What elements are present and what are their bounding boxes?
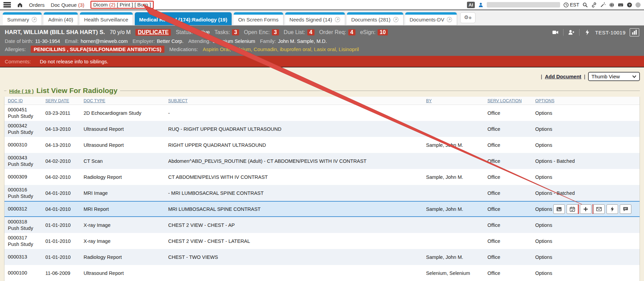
options-link[interactable]: Options xyxy=(535,270,552,276)
doc-id-cell: 0000343Push Study xyxy=(4,155,42,168)
attending-value: Selenium Selenium xyxy=(213,38,255,44)
add-document-link[interactable]: Add Document xyxy=(545,74,581,79)
column-header-serv-date[interactable]: SERV DATE xyxy=(42,98,80,103)
options-link[interactable]: Options xyxy=(535,142,552,148)
options-link[interactable]: Options xyxy=(535,238,552,244)
tab-label: Needs Signed (14) xyxy=(290,17,332,22)
tab-admin-40[interactable]: Admin (40) xyxy=(44,12,77,25)
video-camera-icon[interactable] xyxy=(552,29,559,36)
counter-esign[interactable]: eSign: 10 xyxy=(360,29,388,35)
options-link[interactable]: Options xyxy=(535,222,552,228)
column-header-doc-type[interactable]: DOC TYPE xyxy=(80,98,165,103)
patient-status: Status: Active xyxy=(176,29,209,35)
nav-dicom-print[interactable]: [ Print ] xyxy=(117,2,133,7)
keyboard-icon[interactable] xyxy=(618,2,624,8)
quick-action-button[interactable] xyxy=(606,204,618,214)
chat-icon xyxy=(623,206,629,212)
serv-location-cell: Office xyxy=(484,190,532,196)
doc-type-cell: MRI Image xyxy=(80,190,165,196)
counter-order-req[interactable]: Order Req: 4 xyxy=(319,29,355,35)
counter-tasks[interactable]: Tasks: 3 xyxy=(215,29,239,35)
ai-badge[interactable]: AI xyxy=(467,2,475,8)
search-icon[interactable] xyxy=(582,2,588,8)
tab-medical-record-174-radiology-19[interactable]: Medical Record (174):Radiology (19) xyxy=(135,12,232,25)
plus-icon xyxy=(583,206,589,212)
doc-id: 0000342 xyxy=(8,123,39,129)
calendar-button[interactable] xyxy=(567,204,578,214)
nav-doc-queue[interactable]: Doc Queue (3) xyxy=(51,2,84,8)
radiology-document-table: DOC IDSERV DATEDOC TYPESUBJECTBYSERV LOC… xyxy=(4,97,640,281)
options-link[interactable]: Options - Batched xyxy=(535,158,575,164)
tab-settings[interactable]: ⚙⚙ xyxy=(460,12,475,23)
top-nav-bar: Orders Doc Queue (3) Dicom (2) [ Print ]… xyxy=(0,0,644,10)
column-header-by[interactable]: BY xyxy=(423,98,484,103)
medications-list[interactable]: Aspirin Oral, Calcium, Coumadin, ibuprof… xyxy=(203,46,359,52)
globe-icon[interactable] xyxy=(609,2,615,8)
tab-documents-281[interactable]: Documents (281) xyxy=(347,12,403,25)
wand-icon[interactable] xyxy=(600,2,606,8)
options-cell: Options xyxy=(532,254,640,260)
options-link[interactable]: Options - Batched xyxy=(535,190,575,196)
options-link[interactable]: Options xyxy=(535,254,552,260)
flowsheet-chart-icon[interactable] xyxy=(630,28,639,36)
table-row[interactable]: 000031204-01-2010MRI ReportMRI LUMBOSACR… xyxy=(4,201,640,217)
medications-label: Medications: xyxy=(169,46,198,52)
table-row[interactable]: 0000343Push Study04-02-2010CT ScanAbdome… xyxy=(4,153,640,169)
hide-list-link[interactable]: Hide ( 19 ) xyxy=(9,88,34,94)
timezone-indicator[interactable]: EST xyxy=(563,2,579,8)
email-button[interactable] xyxy=(593,204,605,214)
options-link[interactable]: Options xyxy=(535,126,552,132)
nav-dicom-burn[interactable]: [ Burn ] xyxy=(134,2,151,7)
open-image-button[interactable] xyxy=(553,204,565,214)
column-header-options[interactable]: OPTIONS xyxy=(532,98,640,103)
serv-date-cell: 04-13-2010 xyxy=(42,142,80,148)
column-header-serv-location[interactable]: SERV LOCATION xyxy=(484,98,532,103)
help-icon[interactable]: ? xyxy=(627,2,632,8)
comments-bar: Comments: Do not release info to sibling… xyxy=(0,56,644,67)
nav-dicom[interactable]: Dicom (2) [ Print ] [ Burn ] xyxy=(93,2,151,7)
link-icon[interactable] xyxy=(591,2,597,8)
table-row[interactable]: 0000451Push Study03-23-20112D Echocardio… xyxy=(4,105,640,121)
table-row[interactable]: 000010011-06-2009Ultrasound ReportSeleni… xyxy=(4,265,640,281)
table-row[interactable]: 000031301-01-2010Radiology ReportCHEST -… xyxy=(4,249,640,265)
doc-type-cell: CT Scan xyxy=(80,158,165,164)
add-person-icon[interactable] xyxy=(568,29,575,36)
view-mode-select[interactable]: Thumb View xyxy=(588,72,640,81)
doc-type-cell: 2D Echocardiogram Study xyxy=(80,110,165,116)
lightning-icon[interactable] xyxy=(584,29,591,36)
patient-header: HART, WILLIAM (BILL SHA HART) S. 70 y/o … xyxy=(0,26,644,56)
tab-summary[interactable]: Summary xyxy=(3,12,42,25)
tab-health-surveillance[interactable]: Health Surveillance xyxy=(80,12,133,25)
user-icon[interactable] xyxy=(478,2,484,8)
image-icon xyxy=(556,206,562,212)
table-row[interactable]: 0000317Push Study01-01-2010X-ray ImageCH… xyxy=(4,233,640,249)
tab-on-screen-forms[interactable]: On Screen Forms xyxy=(234,12,283,25)
options-cell: Options xyxy=(532,238,640,244)
options-link[interactable]: Options xyxy=(535,110,552,116)
options-cell: Options xyxy=(532,204,640,214)
options-link[interactable]: Options xyxy=(535,174,552,180)
menu-icon[interactable] xyxy=(3,2,11,7)
table-row[interactable]: 0000316Push Study04-01-2010MRI Image- MR… xyxy=(4,185,640,201)
options-link[interactable]: Options xyxy=(535,206,552,212)
nav-orders[interactable]: Orders xyxy=(29,2,45,8)
doc-type-cell: Radiology Report xyxy=(80,254,165,260)
home-icon[interactable] xyxy=(17,2,23,8)
duplicate-badge[interactable]: DUPLICATE xyxy=(135,29,171,36)
comment-button[interactable] xyxy=(620,204,631,214)
column-header-subject[interactable]: SUBJECT xyxy=(165,98,423,103)
tab-documents-dv[interactable]: Documents-DV xyxy=(405,12,457,25)
table-row[interactable]: 0000342Push Study04-13-2010Ultrasound Re… xyxy=(4,121,640,137)
table-row[interactable]: 000031004-13-2010Ultrasound ReportRIGHT … xyxy=(4,137,640,153)
tab-needs-signed-14[interactable]: Needs Signed (14) xyxy=(285,12,345,25)
counter-due-list[interactable]: Due List: 4 xyxy=(284,29,314,35)
counter-open-enc[interactable]: Open Enc: 3 xyxy=(244,29,279,35)
calendar-icon xyxy=(569,206,575,212)
table-row[interactable]: 000030904-02-2010Radiology ReportCT ABDO… xyxy=(4,169,640,185)
add-button[interactable] xyxy=(580,204,591,214)
table-row[interactable]: 0000318Push Study01-01-2010X-ray ImageCH… xyxy=(4,217,640,233)
by-cell: Sample, John M. xyxy=(423,254,484,260)
allergies-badge[interactable]: PENICILLINS , SULFA(SULFONAMIDE ANTIBIOT… xyxy=(31,46,164,53)
doc-id: 0000318 xyxy=(8,219,39,225)
column-header-doc-id[interactable]: DOC ID xyxy=(4,98,42,103)
